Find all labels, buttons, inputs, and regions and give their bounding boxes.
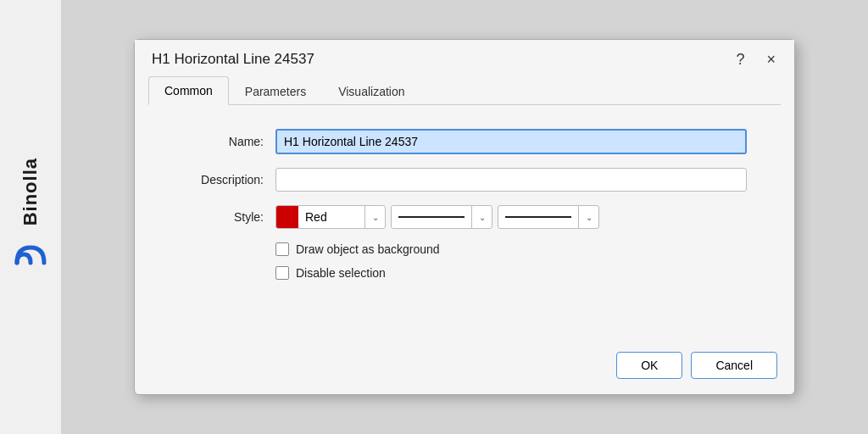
main-area: H1 Horizontal Line 24537 ? × Common Para… xyxy=(61,0,868,434)
description-input-area xyxy=(275,168,747,192)
cancel-button[interactable]: Cancel xyxy=(691,352,777,379)
style-controls: Red ⌄ ⌄ xyxy=(275,205,747,229)
line-preview-2 xyxy=(498,216,578,218)
line-style-dropdown-2[interactable]: ⌄ xyxy=(498,205,599,229)
tab-parameters[interactable]: Parameters xyxy=(229,76,322,105)
dialog: H1 Horizontal Line 24537 ? × Common Para… xyxy=(134,39,795,395)
disable-sel-label: Disable selection xyxy=(296,266,386,280)
dialog-body: Common Parameters Visualization Name: De… xyxy=(135,75,794,342)
tab-visualization[interactable]: Visualization xyxy=(322,76,420,105)
line-style-dropdown-1[interactable]: ⌄ xyxy=(391,205,492,229)
color-label: Red xyxy=(298,210,364,224)
color-dropdown-arrow: ⌄ xyxy=(364,206,385,228)
close-button[interactable]: × xyxy=(761,50,781,69)
draw-bg-checkbox-row[interactable]: Draw object as background xyxy=(275,242,747,256)
help-button[interactable]: ? xyxy=(731,50,749,69)
sidebar-brand-icon xyxy=(14,239,47,276)
description-label: Description: xyxy=(182,173,275,186)
line-style-arrow-1: ⌄ xyxy=(471,206,492,228)
line-hr-2 xyxy=(505,216,571,218)
checkbox-area: Draw object as background Disable select… xyxy=(182,242,747,280)
tab-bar: Common Parameters Visualization xyxy=(148,75,781,105)
line-style-arrow-2: ⌄ xyxy=(578,206,598,228)
style-label: Style: xyxy=(182,210,275,224)
name-input[interactable] xyxy=(275,129,747,154)
form-content: Name: Description: Style: xyxy=(148,122,781,287)
line-hr-1 xyxy=(398,216,465,218)
dialog-titlebar: H1 Horizontal Line 24537 ? × xyxy=(135,40,794,75)
color-dropdown[interactable]: Red ⌄ xyxy=(275,205,386,229)
name-input-area xyxy=(275,129,747,154)
name-label: Name: xyxy=(182,135,275,148)
draw-bg-checkbox[interactable] xyxy=(275,242,289,256)
ok-button[interactable]: OK xyxy=(616,352,682,379)
line-preview-1 xyxy=(392,216,471,218)
dialog-footer: OK Cancel xyxy=(135,342,794,394)
description-input[interactable] xyxy=(275,168,747,192)
name-row: Name: xyxy=(182,129,747,154)
color-swatch xyxy=(276,205,298,229)
disable-sel-checkbox-row[interactable]: Disable selection xyxy=(275,266,747,280)
draw-bg-label: Draw object as background xyxy=(296,242,440,256)
titlebar-buttons: ? × xyxy=(731,50,781,69)
sidebar-logo: Binolla xyxy=(19,158,42,225)
sidebar: Binolla xyxy=(0,0,61,434)
tab-common[interactable]: Common xyxy=(148,76,229,105)
style-row: Style: Red ⌄ ⌄ xyxy=(182,205,747,229)
disable-sel-checkbox[interactable] xyxy=(275,266,289,280)
description-row: Description: xyxy=(182,168,747,192)
dialog-title: H1 Horizontal Line 24537 xyxy=(152,51,314,68)
